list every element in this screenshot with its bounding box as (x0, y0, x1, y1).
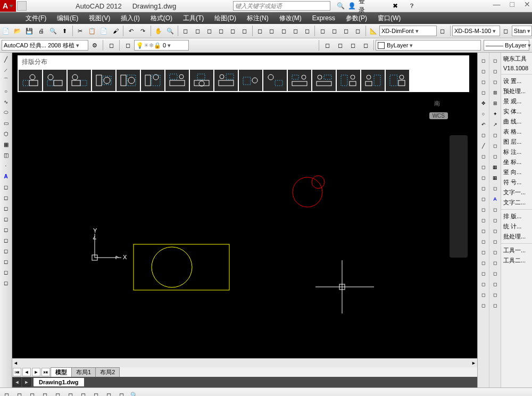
tb-icon[interactable]: ◻ (347, 39, 359, 51)
panel-item[interactable]: 竖 向... (501, 167, 532, 177)
tool-icon[interactable]: ✥ (479, 98, 488, 108)
panel-item[interactable]: 统 计... (501, 221, 532, 232)
panel-item[interactable]: 文字二... (501, 197, 532, 208)
spline-tool-icon[interactable]: ∿ (1, 97, 11, 106)
tb-icon[interactable]: ◻ (215, 25, 226, 37)
menu-view[interactable]: 视图(V) (84, 14, 115, 23)
tb-icon[interactable]: ◻ (267, 25, 277, 37)
tb-icon[interactable]: ◻ (90, 389, 102, 396)
panel-item[interactable]: 曲 线... (501, 117, 532, 127)
color-combo[interactable]: ByLayer (376, 40, 481, 51)
tab-first-icon[interactable]: ⏮ (13, 368, 21, 376)
zoom-icon[interactable]: 🔍 (165, 25, 176, 37)
tool-icon[interactable]: ⊞ (491, 98, 500, 108)
tb-icon[interactable]: ◻ (501, 25, 511, 37)
layout-btn-16[interactable] (386, 70, 409, 91)
tool-icon[interactable]: ◻ (491, 258, 500, 268)
tool-icon[interactable]: ◻ (491, 216, 500, 225)
redo-icon[interactable]: ↷ (138, 25, 148, 37)
tool-icon[interactable]: ◻ (1, 193, 11, 202)
text-tool-icon[interactable]: A (1, 171, 11, 181)
doc-tab[interactable]: Drawing1.dwg (34, 378, 84, 386)
drawing-canvas[interactable]: 排版分布 南 WCS (12, 53, 477, 387)
layout-btn-14[interactable] (337, 70, 360, 91)
layout-btn-9[interactable] (214, 70, 238, 91)
tool-icon[interactable]: ◻ (479, 88, 488, 97)
compass-icon[interactable]: 南 (434, 100, 440, 108)
tool-icon[interactable]: ◻ (479, 173, 488, 183)
tb-icon[interactable]: ◻ (290, 25, 301, 37)
tool-icon[interactable]: ↗ (491, 120, 500, 129)
open-icon[interactable]: 📂 (12, 25, 23, 37)
gear-icon[interactable]: ⚙ (89, 39, 101, 51)
save-icon[interactable]: 💾 (24, 25, 35, 37)
hatch-tool-icon[interactable]: ▦ (1, 139, 11, 149)
tool-icon[interactable]: ◻ (479, 184, 488, 193)
tool-icon[interactable]: ◻ (491, 248, 500, 257)
tb-icon[interactable]: ◻ (302, 25, 312, 37)
linetype-combo[interactable]: ——— ByLayer (484, 40, 529, 51)
menu-express[interactable]: Express (307, 14, 340, 22)
tool-icon[interactable]: ◻ (491, 205, 500, 214)
maximize-button[interactable]: □ (510, 0, 514, 9)
nav-bar[interactable] (450, 135, 468, 258)
close-button[interactable]: ✕ (524, 0, 530, 9)
tb-icon[interactable]: ◻ (115, 389, 127, 396)
tb-icon[interactable]: ◻ (105, 39, 117, 51)
tool-icon[interactable]: ◻ (1, 278, 11, 287)
panel-item[interactable]: 图 层... (501, 137, 532, 147)
tool-icon[interactable]: ◻ (479, 130, 488, 140)
tb-icon[interactable]: ◻ (255, 25, 265, 37)
layout-btn-6[interactable] (141, 70, 164, 91)
panel-item[interactable]: 文字一... (501, 187, 532, 197)
print-icon[interactable]: 🖨 (36, 25, 46, 37)
tool-icon[interactable]: ◻ (479, 301, 488, 310)
minimize-button[interactable]: — (493, 0, 501, 9)
dimstyle-combo[interactable]: XD-DimFont (379, 26, 437, 36)
tb-icon[interactable]: ◻ (180, 25, 191, 37)
tool-icon[interactable]: ◻ (491, 152, 500, 161)
menu-tools[interactable]: 工具(T) (178, 14, 209, 23)
tool-icon[interactable]: ◻ (479, 248, 488, 257)
tab-next-icon[interactable]: ► (32, 368, 40, 376)
menu-insert[interactable]: 插入(I) (115, 14, 145, 23)
panel-item[interactable]: 实 体... (501, 106, 532, 117)
tool-icon[interactable]: ◻ (491, 141, 500, 151)
layout-btn-15[interactable] (361, 70, 385, 91)
region-tool-icon[interactable]: ◫ (1, 150, 11, 160)
menu-draw[interactable]: 绘图(D) (209, 14, 242, 23)
menu-format[interactable]: 格式(O) (145, 14, 178, 23)
menu-file[interactable]: 文件(F) (20, 14, 52, 23)
stan-combo[interactable]: Stan (512, 26, 532, 36)
panel-item[interactable]: 表 格... (501, 127, 532, 137)
binoculars-icon[interactable]: 🔍 (336, 2, 345, 10)
tb-icon[interactable]: ◻ (1, 389, 12, 396)
layout-btn-13[interactable] (312, 70, 336, 91)
tool-icon[interactable]: ◻ (479, 279, 488, 289)
polygon-tool-icon[interactable]: ⬡ (1, 129, 11, 138)
tb-icon[interactable]: ◻ (437, 25, 448, 37)
layout-btn-7[interactable] (165, 70, 189, 91)
horizontal-scrollbar[interactable] (12, 358, 477, 367)
tool-icon[interactable]: ◻ (479, 269, 488, 278)
search-input[interactable] (233, 1, 330, 11)
tool-icon[interactable]: ◻ (491, 130, 500, 140)
tool-icon[interactable]: ◻ (491, 279, 500, 289)
tool-icon[interactable]: ◻ (479, 258, 488, 268)
paste-icon[interactable]: 📄 (98, 25, 109, 37)
tool-icon[interactable]: ◻ (491, 67, 500, 76)
tab-prev-icon[interactable]: ◄ (22, 368, 31, 376)
panel-item[interactable]: 批处理... (501, 232, 532, 242)
doc-next-icon[interactable]: ► (22, 378, 31, 386)
tool-icon[interactable]: A (491, 194, 500, 204)
panel-item[interactable]: 景 观... (501, 96, 532, 106)
exchange-icon[interactable]: ✖ (391, 2, 400, 10)
layout-btn-11[interactable] (263, 70, 287, 91)
tool-icon[interactable]: ╱ (479, 141, 488, 151)
ellipse-tool-icon[interactable]: ⬭ (1, 108, 11, 117)
user-icon[interactable]: 👤 (347, 2, 356, 10)
panel-item[interactable]: 工具二... (501, 255, 532, 266)
new-icon[interactable]: 📄 (1, 25, 11, 37)
layout-btn-5[interactable] (117, 70, 140, 91)
line-tool-icon[interactable]: ╱ (1, 54, 11, 64)
